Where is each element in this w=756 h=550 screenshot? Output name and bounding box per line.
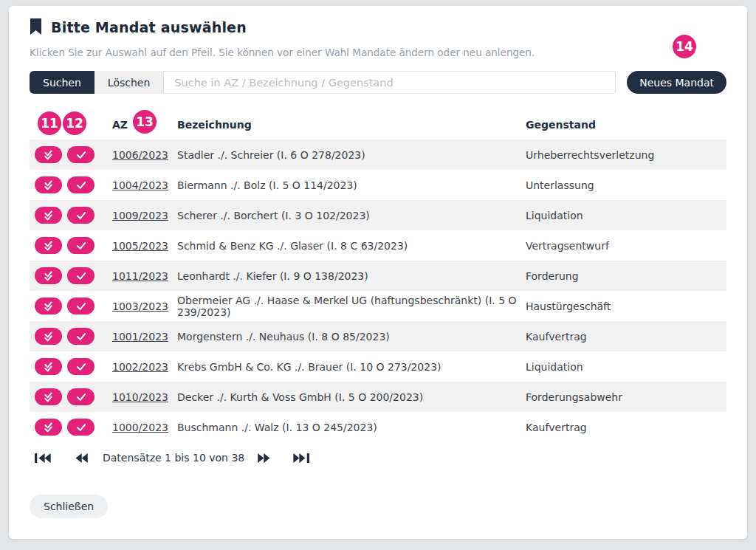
search-input[interactable]	[163, 71, 616, 94]
double-check-icon	[42, 270, 55, 281]
dialog-footer: Schließen	[30, 495, 726, 518]
gegenstand-cell: Forderung	[526, 270, 726, 282]
gegenstand-cell: Haustürgeschäft	[526, 300, 726, 312]
check-button[interactable]	[67, 146, 94, 163]
gegenstand-cell: Kaufvertrag	[526, 422, 726, 433]
table-row: 1002/2023 Krebs GmbH & Co. KG ./. Brauer…	[30, 351, 726, 382]
check-icon	[75, 181, 87, 190]
az-link[interactable]: 1010/2023	[112, 391, 168, 403]
gegenstand-cell: Forderungsabwehr	[526, 391, 726, 403]
az-link[interactable]: 1005/2023	[112, 240, 168, 252]
row-actions	[30, 176, 112, 193]
last-page-icon	[292, 452, 309, 464]
row-actions	[30, 267, 112, 284]
double-check-icon	[42, 331, 55, 342]
gegenstand-cell: Vertragsentwurf	[526, 240, 726, 252]
column-header-bezeichnung: Bezeichnung	[177, 119, 526, 131]
az-link[interactable]: 1006/2023	[112, 149, 168, 161]
dialog-header: Bitte Mandat auswählen	[30, 18, 726, 35]
mandate-select-dialog: Bitte Mandat auswählen Klicken Sie zur A…	[9, 6, 747, 539]
search-toolbar: Suchen Löschen Neues Mandat	[30, 71, 726, 94]
az-link[interactable]: 1002/2023	[112, 361, 168, 373]
bezeichnung-cell: Schmid & Benz KG ./. Glaser (I. 8 C 63/2…	[177, 240, 526, 252]
check-button[interactable]	[67, 267, 94, 284]
double-check-button[interactable]	[35, 328, 62, 345]
table-row: 1009/2023 Scherer ./. Borchert (I. 3 O 1…	[30, 200, 726, 230]
check-icon	[75, 362, 87, 371]
bezeichnung-cell: Scherer ./. Borchert (I. 3 O 102/2023)	[177, 210, 526, 221]
table-row: 1006/2023 Stadler ./. Schreier (I. 6 O 2…	[30, 140, 726, 170]
previous-page-icon	[75, 452, 90, 464]
check-button[interactable]	[67, 237, 94, 254]
table-row: 1011/2023 Leonhardt ./. Kiefer (I. 9 O 1…	[30, 261, 726, 291]
row-actions	[30, 419, 112, 436]
table-row: 1001/2023 Morgenstern ./. Neuhaus (I. 8 …	[30, 321, 726, 351]
check-icon	[75, 423, 87, 432]
gegenstand-cell: Kaufvertrag	[526, 331, 726, 343]
double-check-icon	[42, 422, 55, 433]
bezeichnung-cell: Decker ./. Kurth & Voss GmbH (I. 5 O 200…	[177, 391, 526, 403]
pagination-bar: Datensätze 1 bis 10 von 38	[30, 449, 726, 467]
search-button[interactable]: Suchen	[30, 71, 94, 94]
check-button[interactable]	[67, 176, 94, 193]
bookmark-icon	[30, 18, 42, 35]
gegenstand-cell: Urheberrechtsverletzung	[526, 149, 726, 161]
check-button[interactable]	[67, 388, 94, 405]
double-check-icon	[42, 240, 55, 251]
double-check-icon	[42, 210, 55, 221]
close-button[interactable]: Schließen	[30, 495, 108, 518]
az-link[interactable]: 1004/2023	[112, 179, 168, 191]
double-check-icon	[42, 361, 55, 372]
next-page-icon	[255, 452, 271, 464]
table-body: 1006/2023 Stadler ./. Schreier (I. 6 O 2…	[30, 140, 726, 442]
column-header-gegenstand: Gegenstand	[526, 119, 726, 131]
check-button[interactable]	[67, 298, 94, 314]
check-button[interactable]	[67, 358, 94, 375]
az-link[interactable]: 1000/2023	[112, 422, 168, 433]
row-actions	[30, 237, 112, 254]
double-check-icon	[42, 391, 55, 402]
row-actions	[30, 388, 112, 405]
bezeichnung-cell: Morgenstern ./. Neuhaus (I. 8 O 85/2023)	[177, 331, 526, 343]
double-check-button[interactable]	[35, 176, 62, 193]
double-check-button[interactable]	[35, 237, 62, 254]
callout-badge-13: 13	[133, 110, 157, 134]
double-check-button[interactable]	[35, 146, 62, 163]
check-button[interactable]	[67, 207, 94, 224]
az-link[interactable]: 1003/2023	[112, 300, 168, 312]
check-icon	[75, 302, 87, 311]
table-row: 1005/2023 Schmid & Benz KG ./. Glaser (I…	[30, 230, 726, 261]
bezeichnung-cell: Leonhardt ./. Kiefer (I. 9 O 138/2023)	[177, 270, 526, 282]
gegenstand-cell: Liquidation	[526, 361, 726, 373]
bezeichnung-cell: Stadler ./. Schreier (I. 6 O 278/2023)	[177, 149, 526, 161]
next-page-button[interactable]	[255, 452, 271, 464]
row-actions	[30, 207, 112, 224]
last-page-button[interactable]	[292, 452, 309, 464]
clear-search-button[interactable]: Löschen	[94, 71, 163, 94]
check-button[interactable]	[67, 419, 94, 436]
bezeichnung-cell: Obermeier AG ./. Haase & Merkel UG (haft…	[177, 295, 526, 318]
double-check-button[interactable]	[35, 298, 62, 314]
check-button[interactable]	[67, 328, 94, 345]
first-page-button[interactable]	[35, 452, 52, 464]
az-link[interactable]: 1011/2023	[112, 270, 168, 282]
az-link[interactable]: 1001/2023	[112, 331, 168, 343]
check-icon	[75, 332, 87, 341]
dialog-subtitle: Klicken Sie zur Auswahl auf den Pfeil. S…	[30, 47, 726, 58]
double-check-button[interactable]	[35, 388, 62, 405]
first-page-icon	[35, 452, 52, 464]
double-check-button[interactable]	[35, 207, 62, 224]
az-link[interactable]: 1009/2023	[112, 210, 168, 221]
callout-badge-11: 11	[38, 111, 61, 135]
check-icon	[75, 151, 87, 159]
gegenstand-cell: Unterlassung	[526, 179, 726, 191]
double-check-button[interactable]	[35, 358, 62, 375]
bezeichnung-cell: Krebs GmbH & Co. KG ./. Brauer (I. 10 O …	[177, 361, 526, 373]
bezeichnung-cell: Biermann ./. Bolz (I. 5 O 114/2023)	[177, 179, 526, 191]
double-check-button[interactable]	[35, 267, 62, 284]
new-mandate-button[interactable]: Neues Mandat	[627, 71, 726, 94]
row-actions	[30, 358, 112, 375]
previous-page-button[interactable]	[75, 452, 90, 464]
callout-badge-14: 14	[673, 35, 696, 58]
double-check-button[interactable]	[35, 419, 62, 436]
